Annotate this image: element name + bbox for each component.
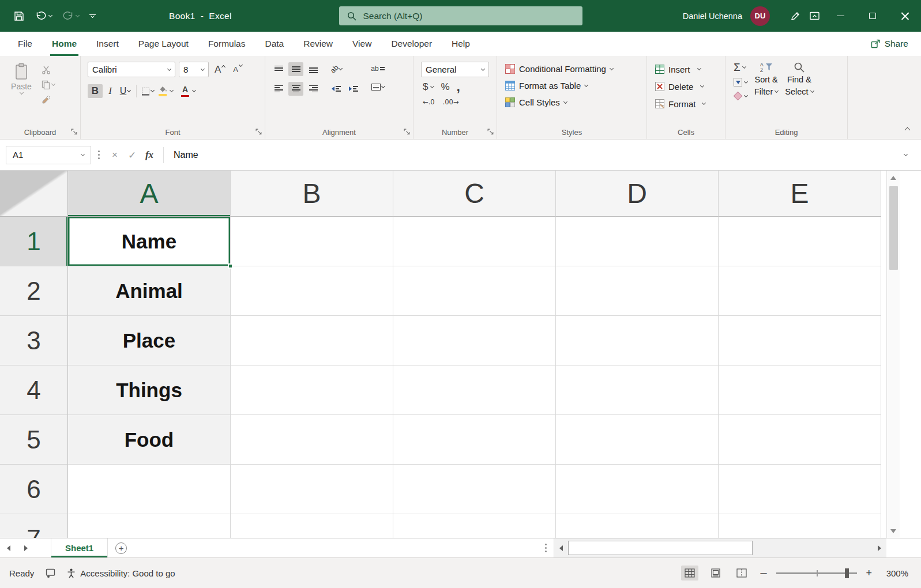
cell-B5[interactable] xyxy=(231,415,393,465)
cell-A1[interactable]: Name xyxy=(68,217,231,266)
cell-E5[interactable] xyxy=(719,415,881,465)
font-size-combobox[interactable]: 8 xyxy=(179,62,209,77)
cell-A2[interactable]: Animal xyxy=(68,266,231,316)
decrease-decimal-button[interactable]: .00→ xyxy=(443,98,459,106)
scroll-down-button[interactable] xyxy=(887,524,900,538)
tab-formulas[interactable]: Formulas xyxy=(198,32,255,56)
merge-center-button[interactable] xyxy=(370,80,385,94)
formula-bar-resize-handle[interactable] xyxy=(91,150,106,159)
row-header-1[interactable]: 1 xyxy=(0,217,68,266)
fill-handle[interactable] xyxy=(228,263,233,269)
copy-button[interactable] xyxy=(42,79,55,91)
formula-input[interactable]: Name xyxy=(169,150,896,160)
paste-dropdown-icon[interactable] xyxy=(19,91,23,95)
tab-developer[interactable]: Developer xyxy=(381,32,442,56)
tab-home[interactable]: Home xyxy=(42,32,87,56)
vertical-scrollbar-thumb[interactable] xyxy=(889,186,898,270)
page-layout-view-button[interactable] xyxy=(707,566,724,581)
clear-button[interactable] xyxy=(734,92,747,100)
cell-E6[interactable] xyxy=(719,465,881,514)
align-top-button[interactable] xyxy=(271,62,286,76)
macro-record-icon[interactable] xyxy=(46,568,55,578)
align-left-button[interactable] xyxy=(271,82,286,96)
wrap-text-button[interactable]: ab xyxy=(370,62,385,76)
next-sheet-button[interactable] xyxy=(17,538,35,557)
cut-button[interactable] xyxy=(42,64,55,76)
c ell-E4[interactable] xyxy=(719,365,881,415)
cell-A7[interactable] xyxy=(68,514,231,538)
copy-dropdown-icon[interactable] xyxy=(51,82,55,86)
column-header-c[interactable]: C xyxy=(393,171,556,217)
decrease-indent-button[interactable] xyxy=(329,82,344,96)
search-box[interactable]: Search (Alt+Q) xyxy=(339,6,582,25)
comma-style-button[interactable]: , xyxy=(457,83,460,91)
horizontal-scrollbar-thumb[interactable] xyxy=(568,541,753,555)
accessibility-status[interactable]: Accessibility: Good to go xyxy=(67,568,175,578)
fill-color-dropdown-icon[interactable] xyxy=(170,88,174,92)
select-all-button[interactable] xyxy=(0,171,68,217)
cell-B6[interactable] xyxy=(231,465,393,514)
fill-button[interactable] xyxy=(734,78,747,86)
cell-C4[interactable] xyxy=(393,365,556,415)
tab-help[interactable]: Help xyxy=(442,32,480,56)
avatar[interactable]: DU xyxy=(750,6,770,26)
cell-C7[interactable] xyxy=(393,514,556,538)
cell-A3[interactable]: Place xyxy=(68,316,231,365)
cell-C5[interactable] xyxy=(393,415,556,465)
close-button[interactable] xyxy=(889,0,921,32)
cell-B4[interactable] xyxy=(231,365,393,415)
cell-D1[interactable] xyxy=(556,217,719,266)
cell-D2[interactable] xyxy=(556,266,719,316)
tab-review[interactable]: Review xyxy=(294,32,343,56)
normal-view-button[interactable] xyxy=(681,566,698,581)
cell-A6[interactable] xyxy=(68,465,231,514)
cell-D6[interactable] xyxy=(556,465,719,514)
cell-C6[interactable] xyxy=(393,465,556,514)
align-right-button[interactable] xyxy=(306,82,321,96)
borders-button[interactable] xyxy=(140,84,155,98)
row-header-7[interactable]: 7 xyxy=(0,514,68,538)
column-header-e[interactable]: E xyxy=(719,171,881,217)
conditional-formatting-button[interactable]: Conditional Formatting xyxy=(497,61,646,77)
share-button[interactable]: Share xyxy=(858,32,921,56)
increase-indent-button[interactable] xyxy=(346,82,361,96)
row-header-6[interactable]: 6 xyxy=(0,465,68,514)
user-name[interactable]: Daniel Uchenna xyxy=(683,12,742,21)
increase-decimal-button[interactable]: ←.0 xyxy=(423,98,435,106)
increase-font-size-button[interactable]: A xyxy=(212,64,227,76)
format-cells-button[interactable]: Format xyxy=(647,95,725,112)
redo-button[interactable] xyxy=(58,6,83,26)
accounting-dropdown-icon[interactable] xyxy=(430,84,434,88)
cell-E2[interactable] xyxy=(719,266,881,316)
undo-button[interactable] xyxy=(31,6,56,26)
autosum-button[interactable]: Σ xyxy=(734,62,747,73)
fill-color-button[interactable] xyxy=(155,84,170,98)
insert-function-button[interactable]: fx xyxy=(141,149,158,161)
cell-styles-button[interactable]: Cell Styles xyxy=(497,94,646,111)
expand-formula-bar-button[interactable] xyxy=(896,154,915,156)
page-break-preview-button[interactable] xyxy=(733,566,750,581)
cell-B1[interactable] xyxy=(231,217,393,266)
tab-page-layout[interactable]: Page Layout xyxy=(129,32,198,56)
percent-style-button[interactable]: % xyxy=(441,81,449,93)
cell-C3[interactable] xyxy=(393,316,556,365)
enter-button[interactable]: ✓ xyxy=(123,149,141,161)
zoom-slider[interactable] xyxy=(776,572,857,574)
collapse-ribbon-button[interactable] xyxy=(905,124,909,134)
cell-D4[interactable] xyxy=(556,365,719,415)
cell-C2[interactable] xyxy=(393,266,556,316)
vertical-scrollbar[interactable] xyxy=(886,171,900,538)
zoom-out-button[interactable]: − xyxy=(759,567,768,579)
cell-D7[interactable] xyxy=(556,514,719,538)
zoom-level[interactable]: 300% xyxy=(881,568,908,578)
sort-filter-button[interactable]: AZ Sort & Filter xyxy=(754,61,778,100)
decrease-font-size-button[interactable]: A xyxy=(231,65,245,74)
customize-quick-access-toolbar-button[interactable] xyxy=(85,6,100,26)
font-color-button[interactable]: A xyxy=(178,84,193,98)
align-center-button[interactable] xyxy=(288,82,303,96)
row-header-3[interactable]: 3 xyxy=(0,316,68,365)
row-header-2[interactable]: 2 xyxy=(0,266,68,316)
scroll-left-button[interactable] xyxy=(554,538,568,557)
zoom-slider-thumb[interactable] xyxy=(845,568,849,578)
horizontal-scrollbar[interactable] xyxy=(554,538,886,557)
